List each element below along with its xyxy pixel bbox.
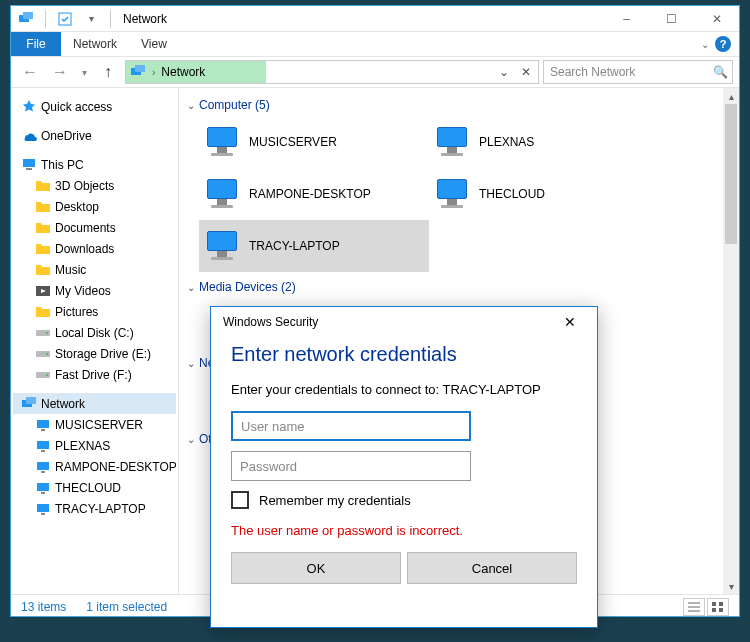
computer-icon	[203, 229, 241, 263]
drive-icon	[35, 367, 51, 383]
network-icon	[21, 396, 37, 412]
tree-net-musicserver[interactable]: MUSICSERVER	[13, 414, 176, 435]
tree-3d-objects[interactable]: 3D Objects	[13, 175, 176, 196]
svg-rect-6	[26, 168, 32, 170]
ribbon-expand-icon[interactable]: ⌄	[701, 39, 709, 50]
view-details-button[interactable]	[683, 598, 705, 616]
remember-checkbox[interactable]	[231, 491, 249, 509]
tab-view[interactable]: View	[129, 32, 179, 56]
qat-dropdown-icon[interactable]: ▾	[80, 8, 102, 30]
minimize-button[interactable]: –	[604, 6, 649, 32]
tree-net-rampone[interactable]: RAMPONE-DESKTOP	[13, 456, 176, 477]
dialog-titlebar: Windows Security ✕	[211, 307, 597, 337]
tree-fast-drive-f[interactable]: Fast Drive (F:)	[13, 364, 176, 385]
ribbon-tabs: File Network View ⌄ ?	[11, 32, 739, 56]
computer-thecloud[interactable]: THECLOUD	[429, 168, 659, 220]
nav-bar: ← → ▾ ↑ › Network ⌄ ✕ 🔍	[11, 56, 739, 88]
svg-rect-16	[37, 420, 49, 428]
folder-icon	[35, 220, 51, 236]
address-bar[interactable]: › Network ⌄ ✕	[125, 60, 539, 84]
dialog-title: Windows Security	[223, 315, 318, 329]
computer-tracy-laptop[interactable]: TRACY-LAPTOP	[199, 220, 429, 272]
tree-net-thecloud[interactable]: THECLOUD	[13, 477, 176, 498]
computer-icon	[203, 125, 241, 159]
qat-properties-icon[interactable]	[54, 8, 76, 30]
svg-rect-21	[41, 471, 45, 473]
vertical-scrollbar[interactable]: ▴ ▾	[723, 88, 739, 594]
tree-quick-access[interactable]: Quick access	[13, 96, 176, 117]
svg-point-9	[46, 332, 48, 334]
username-input[interactable]	[231, 411, 471, 441]
file-tab[interactable]: File	[11, 32, 61, 56]
chevron-down-icon[interactable]: ⌄	[187, 434, 195, 445]
cancel-button[interactable]: Cancel	[407, 552, 577, 584]
search-icon[interactable]: 🔍	[713, 65, 728, 79]
tree-downloads[interactable]: Downloads	[13, 238, 176, 259]
group-computer[interactable]: ⌄ Computer (5)	[183, 94, 735, 116]
address-stop-icon[interactable]: ✕	[516, 62, 536, 82]
maximize-button[interactable]: ☐	[649, 6, 694, 32]
view-icons-button[interactable]	[707, 598, 729, 616]
folder-icon	[35, 199, 51, 215]
tab-network[interactable]: Network	[61, 32, 129, 56]
chevron-down-icon[interactable]: ⌄	[187, 100, 195, 111]
chevron-down-icon[interactable]: ⌄	[187, 358, 195, 369]
title-bar: ▾ Network – ☐ ✕	[11, 6, 739, 32]
svg-rect-20	[37, 462, 49, 470]
scroll-thumb[interactable]	[725, 104, 737, 244]
tree-net-plexnas[interactable]: PLEXNAS	[13, 435, 176, 456]
computer-rampone[interactable]: RAMPONE-DESKTOP	[199, 168, 429, 220]
star-icon	[21, 99, 37, 115]
breadcrumb-network[interactable]: Network	[161, 65, 205, 79]
search-box[interactable]: 🔍	[543, 60, 733, 84]
svg-rect-19	[41, 450, 45, 452]
chevron-down-icon[interactable]: ⌄	[187, 282, 195, 293]
tree-network[interactable]: Network	[13, 393, 176, 414]
ok-button[interactable]: OK	[231, 552, 401, 584]
nav-back-button[interactable]: ←	[17, 59, 43, 85]
window-title: Network	[123, 12, 167, 26]
folder-icon	[35, 262, 51, 278]
dialog-subtitle: Enter your credentials to connect to: TR…	[231, 382, 577, 397]
drive-icon	[35, 346, 51, 362]
svg-rect-22	[37, 483, 49, 491]
close-button[interactable]: ✕	[694, 6, 739, 32]
tree-this-pc[interactable]: This PC	[13, 154, 176, 175]
tree-local-disk-c[interactable]: Local Disk (C:)	[13, 322, 176, 343]
remember-label: Remember my credentials	[259, 493, 411, 508]
scroll-down-icon[interactable]: ▾	[723, 578, 739, 594]
tree-net-tracy[interactable]: TRACY-LAPTOP	[13, 498, 176, 519]
password-input[interactable]	[231, 451, 471, 481]
nav-recent-dropdown[interactable]: ▾	[77, 59, 91, 85]
nav-forward-button[interactable]: →	[47, 59, 73, 85]
svg-rect-5	[23, 159, 35, 167]
svg-rect-17	[41, 429, 45, 431]
computer-plexnas[interactable]: PLEXNAS	[429, 116, 659, 168]
computer-icon	[433, 125, 471, 159]
breadcrumb-sep-icon[interactable]: ›	[150, 67, 157, 78]
computer-icon	[35, 438, 51, 454]
svg-rect-26	[712, 602, 716, 606]
tree-music[interactable]: Music	[13, 259, 176, 280]
tree-pictures[interactable]: Pictures	[13, 301, 176, 322]
svg-point-13	[46, 374, 48, 376]
folder-icon	[35, 178, 51, 194]
help-icon[interactable]: ?	[715, 36, 731, 52]
navigation-tree[interactable]: Quick access OneDrive This PC 3D Objects…	[11, 88, 179, 594]
scroll-up-icon[interactable]: ▴	[723, 88, 739, 104]
dialog-heading: Enter network credentials	[231, 343, 577, 366]
address-dropdown-icon[interactable]: ⌄	[494, 62, 514, 82]
tree-onedrive[interactable]: OneDrive	[13, 125, 176, 146]
tree-my-videos[interactable]: My Videos	[13, 280, 176, 301]
tree-documents[interactable]: Documents	[13, 217, 176, 238]
folder-icon	[35, 304, 51, 320]
computer-icon	[203, 177, 241, 211]
tree-storage-drive-e[interactable]: Storage Drive (E:)	[13, 343, 176, 364]
video-icon	[35, 283, 51, 299]
search-input[interactable]	[548, 64, 713, 80]
group-media-devices[interactable]: ⌄ Media Devices (2)	[183, 276, 735, 298]
computer-musicserver[interactable]: MUSICSERVER	[199, 116, 429, 168]
dialog-close-button[interactable]: ✕	[555, 307, 585, 337]
tree-desktop[interactable]: Desktop	[13, 196, 176, 217]
nav-up-button[interactable]: ↑	[95, 59, 121, 85]
